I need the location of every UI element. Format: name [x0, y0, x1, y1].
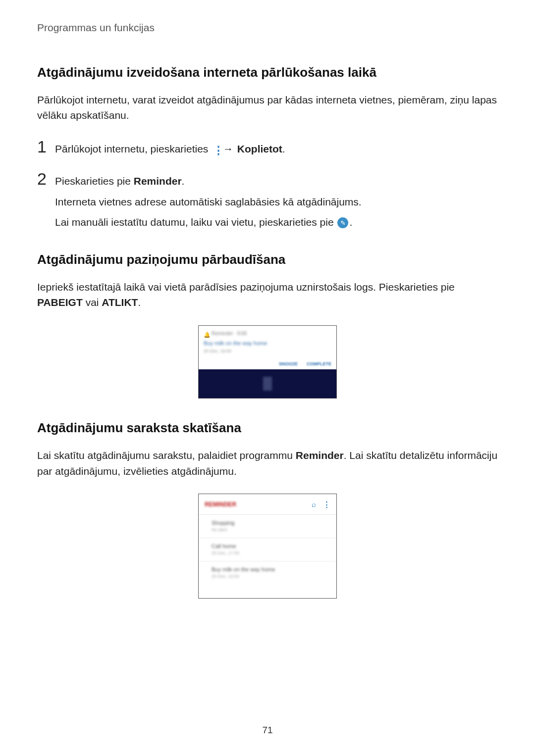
- view-pre: Lai skatītu atgādinājumu sarakstu, palai…: [37, 450, 296, 461]
- more-vert-icon: ⋮: [323, 499, 330, 510]
- step1-text-pre: Pārlūkojot internetu, pieskarieties: [55, 143, 211, 154]
- fig2-item1-sub: No alert: [212, 527, 330, 534]
- fig1-subtitle: 20 Dec, 19:00: [204, 348, 331, 355]
- step-number-1: 1: [37, 138, 55, 155]
- step2-post: .: [182, 175, 185, 187]
- view-list-para: Lai skatītu atgādinājumu sarakstu, palai…: [37, 448, 498, 479]
- step1-post: .: [282, 143, 285, 154]
- heading-check-notifications: Atgādinājumu paziņojumu pārbaudīšana: [37, 250, 498, 269]
- intro-para: Pārlūkojot internetu, varat izveidot atg…: [37, 92, 498, 123]
- bold-atlikt: ATLIKT: [102, 297, 138, 308]
- section-view-reminder-list: Atgādinājumu saraksta skatīšana Lai skat…: [37, 418, 498, 599]
- step-1: 1 Pārlūkojot internetu, pieskarieties → …: [37, 138, 498, 157]
- fig2-item2-sub: 20 Dec, 17:00: [212, 550, 330, 557]
- clock-icon: ✎: [337, 217, 348, 228]
- check-notif-para: Iepriekš iestatītajā laikā vai vietā par…: [37, 279, 498, 310]
- step-2: 2 Pieskarieties pie Reminder.: [37, 170, 498, 189]
- step2-sub2-post: .: [349, 216, 352, 228]
- step1-share-label: Koplietot: [237, 143, 282, 154]
- fig2-title: REMINDER: [205, 500, 236, 509]
- list-item: Buy milk on the way home 20 Dec, 19:00: [199, 561, 336, 584]
- search-icon: ⌕: [312, 499, 316, 510]
- bold-pabeigt: PABEIGT: [37, 297, 83, 308]
- bold-reminder-app: Reminder: [296, 450, 344, 461]
- step2-sub2-pre: Lai manuāli iestatītu datumu, laiku vai …: [55, 216, 336, 228]
- heading-create-reminder: Atgādinājumu izveidošana interneta pārlū…: [37, 63, 498, 82]
- list-item: Call home 20 Dec, 17:00: [199, 538, 336, 561]
- fig2-item3-sub: 20 Dec, 19:00: [212, 573, 330, 580]
- figure-notification-popup: 🔔 Reminder · 9:00 Buy milk on the way ho…: [198, 325, 337, 399]
- step-number-2: 2: [37, 170, 55, 187]
- fig1-dark-bar: [199, 369, 336, 398]
- step2-reminder-label: Reminder: [134, 175, 182, 187]
- fig2-item1-title: Shopping: [212, 519, 330, 527]
- bell-icon: 🔔: [204, 331, 209, 336]
- mid-vai: vai: [83, 297, 102, 308]
- figure-reminder-list: REMINDER ⌕ ⋮ Shopping No alert Call home…: [198, 494, 337, 599]
- section-check-notifications: Atgādinājumu paziņojumu pārbaudīšana Iep…: [37, 250, 498, 399]
- fig1-title: Buy milk on the way home: [204, 339, 331, 348]
- list-item: Shopping No alert: [199, 515, 336, 538]
- fig1-action-snooze: SNOOZE: [279, 361, 298, 368]
- fig1-status-text: Reminder · 9:00: [212, 330, 247, 337]
- step2-sub2: Lai manuāli iestatītu datumu, laiku vai …: [55, 214, 498, 230]
- check-pre: Iepriekš iestatītajā laikā vai vietā par…: [37, 281, 455, 293]
- page-number: 71: [0, 723, 535, 738]
- arrow-icon: →: [223, 143, 233, 154]
- heading-view-list: Atgādinājumu saraksta skatīšana: [37, 418, 498, 438]
- step2-pre: Pieskarieties pie: [55, 175, 134, 187]
- breadcrumb: Programmas un funkcijas: [37, 20, 498, 36]
- section-create-reminder-browse: Atgādinājumu izveidošana interneta pārlū…: [37, 63, 498, 230]
- more-vert-icon: [212, 145, 218, 154]
- fig2-item3-title: Buy milk on the way home: [212, 565, 330, 574]
- fig1-action-complete: COMPLETE: [307, 361, 331, 368]
- fig2-item2-title: Call home: [212, 542, 330, 551]
- step2-sub1: Interneta vietnes adrese automātiski sag…: [55, 194, 498, 210]
- check-post: .: [138, 297, 141, 308]
